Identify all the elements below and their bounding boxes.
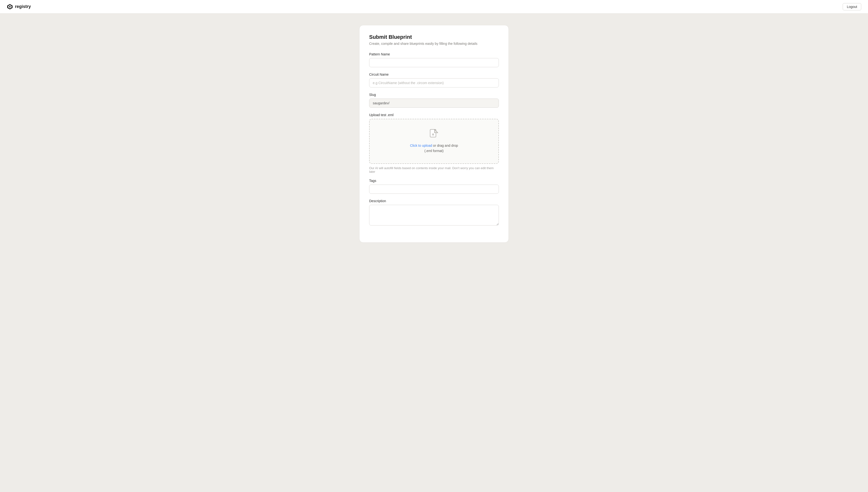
form-subtitle: Create, compile and share blueprints eas… bbox=[369, 42, 499, 46]
pattern-name-input[interactable] bbox=[369, 58, 499, 67]
upload-ai-hint: Our AI will autofill fields based on con… bbox=[369, 166, 499, 173]
upload-text: Click to upload or drag and drop (.eml f… bbox=[410, 143, 458, 154]
upload-icon bbox=[430, 129, 438, 140]
slug-input[interactable] bbox=[369, 99, 499, 108]
form-card: Submit Blueprint Create, compile and sha… bbox=[359, 25, 509, 243]
upload-format-text: (.eml format) bbox=[424, 149, 443, 153]
description-group: Description bbox=[369, 199, 499, 226]
logout-button[interactable]: Logout bbox=[843, 3, 861, 10]
upload-drag-text: or drag and drop bbox=[432, 144, 458, 147]
form-title: Submit Blueprint bbox=[369, 34, 499, 40]
brand-label: registry bbox=[15, 4, 31, 9]
upload-click-text[interactable]: Click to upload bbox=[410, 144, 432, 147]
circuit-name-group: Circuit Name bbox=[369, 73, 499, 88]
upload-group: Upload test .eml Click to upload or drag… bbox=[369, 113, 499, 173]
circuit-name-input[interactable] bbox=[369, 78, 499, 88]
brand-icon bbox=[7, 4, 13, 10]
tags-input[interactable] bbox=[369, 184, 499, 194]
tags-label: Tags bbox=[369, 179, 499, 182]
pattern-name-group: Pattern Name bbox=[369, 52, 499, 67]
slug-group: Slug bbox=[369, 93, 499, 108]
svg-point-2 bbox=[9, 6, 10, 7]
upload-dropzone[interactable]: Click to upload or drag and drop (.eml f… bbox=[369, 119, 499, 164]
pattern-name-label: Pattern Name bbox=[369, 52, 499, 56]
navbar: registry Logout bbox=[0, 0, 868, 14]
slug-label: Slug bbox=[369, 93, 499, 97]
tags-group: Tags bbox=[369, 179, 499, 194]
description-textarea[interactable] bbox=[369, 205, 499, 225]
page-content: Submit Blueprint Create, compile and sha… bbox=[0, 14, 868, 257]
circuit-name-label: Circuit Name bbox=[369, 73, 499, 76]
upload-label: Upload test .eml bbox=[369, 113, 499, 117]
description-label: Description bbox=[369, 199, 499, 203]
brand-link[interactable]: registry bbox=[7, 4, 31, 10]
